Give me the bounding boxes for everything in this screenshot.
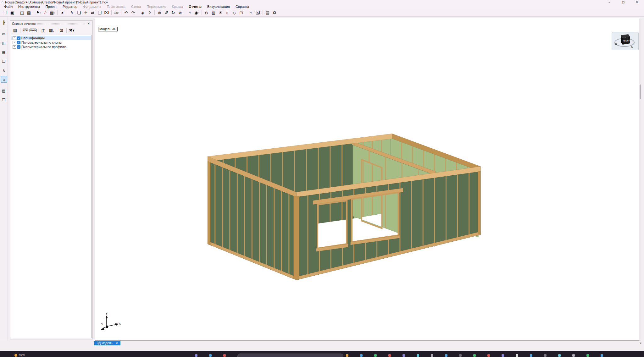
measure-line-tool-button[interactable]: ∕▾ — [42, 9, 49, 16]
open-project-button[interactable]: ❐ — [2, 9, 8, 16]
zoom-reset-button[interactable]: ⊗ — [177, 9, 183, 16]
menu-editor[interactable]: Редактор — [60, 5, 80, 8]
reports-panel-header[interactable]: Список отчетов ✕ — [10, 21, 92, 26]
viewport-scrollbar-thumb[interactable] — [640, 85, 641, 99]
tree-checkbox[interactable]: ✓ — [17, 36, 20, 40]
taskbar-app-icon[interactable] — [530, 354, 532, 357]
menu-file[interactable]: Файл — [1, 5, 15, 8]
dock-slab-mode-button[interactable]: ❏ — [1, 58, 7, 64]
move-object-button[interactable]: ✛ — [83, 9, 89, 16]
viewport-scrollbar[interactable] — [639, 18, 641, 341]
background-image-button[interactable]: ▧ — [210, 9, 217, 16]
draw-pencil-button[interactable]: ✎ — [69, 9, 75, 16]
taskbar-weather[interactable]: 23°C — [14, 354, 25, 357]
flag-tool-dropdown-icon[interactable]: ▾ — [40, 12, 41, 14]
tree-checkbox[interactable]: ✓ — [17, 45, 20, 49]
windows-taskbar[interactable]: 23°C — [0, 351, 644, 357]
dock-wall-mode-button[interactable]: ▦ — [1, 49, 7, 55]
dock-roof-mode-button[interactable]: ∧ — [1, 67, 7, 74]
tree-checkbox[interactable]: ✓ — [17, 41, 20, 44]
grid-tool-button[interactable]: ▩▾ — [49, 9, 56, 16]
panel-close-icon[interactable]: ✕ — [87, 22, 91, 25]
layers-outline-button[interactable]: ◊ — [147, 9, 153, 16]
menu-reports[interactable]: Отчеты — [186, 5, 204, 8]
taskbar-app-icon[interactable] — [558, 354, 561, 357]
dock-project-structure-button[interactable]: ╠ — [1, 19, 7, 26]
dock-model-3d-mode-button[interactable]: ⌂ — [1, 76, 7, 83]
maximize-button[interactable]: ▢ — [616, 0, 630, 4]
taskbar-app-icon[interactable] — [223, 354, 226, 357]
camera-view-dropdown-icon[interactable]: ▾ — [198, 12, 199, 14]
menu-slab[interactable]: Перекрытие — [144, 5, 169, 8]
select-cursor-button[interactable]: ➤ — [59, 9, 65, 16]
tree-item-label[interactable]: Пиломатериалы по слоям — [21, 41, 62, 44]
flag-tool-button[interactable]: ⚑▾ — [36, 9, 42, 16]
taskbar-app-icon[interactable] — [374, 354, 377, 357]
select-region-button[interactable]: ⊡ — [58, 27, 65, 34]
tab-overflow-icon[interactable]: ▾ — [640, 342, 641, 345]
taskbar-app-icon[interactable] — [502, 354, 504, 357]
add-table-button[interactable]: ▦+ — [47, 27, 54, 34]
export-remove-dropdown-icon[interactable]: ▾ — [72, 28, 75, 33]
tree-row[interactable]: +✓Пиломатериалы по профилю — [11, 45, 91, 49]
section-grid-button[interactable]: ⊡ — [238, 9, 244, 16]
tree-expander-icon[interactable]: + — [13, 45, 16, 49]
redo-button[interactable]: ↷ — [130, 9, 136, 16]
tree-expander-icon[interactable]: + — [13, 36, 16, 40]
dock-reports-mode-button[interactable]: ▤ — [1, 87, 7, 94]
layers-button[interactable]: ◈ — [140, 9, 146, 16]
tree-item-label[interactable]: Пиломатериалы по профилю — [21, 45, 66, 49]
taskbar-app-icon[interactable] — [445, 354, 447, 357]
home-view-button[interactable]: ⌂ — [248, 9, 254, 16]
taskbar-app-icon[interactable] — [487, 354, 490, 357]
menu-floorplan[interactable]: План этажа — [104, 5, 128, 8]
menu-wall[interactable]: Стена — [128, 5, 144, 8]
rotate-left-button[interactable]: ↺ — [163, 9, 169, 16]
rotate-right-button[interactable]: ↻ — [170, 9, 176, 16]
visualization-house-button[interactable]: ⌂ — [187, 9, 193, 16]
view-eye-button[interactable]: ⊙ — [203, 9, 210, 16]
tree-row[interactable]: +✓Спецификации — [11, 36, 91, 40]
grid-tool-dropdown-icon[interactable]: ▾ — [54, 12, 55, 14]
print-button[interactable]: ▤ — [264, 9, 271, 16]
measure-line-tool-dropdown-icon[interactable]: ▾ — [46, 12, 47, 14]
copy-object-button[interactable]: ❏ — [76, 9, 82, 16]
taskbar-app-icon[interactable] — [360, 354, 363, 357]
reports-book-button[interactable]: ◫ — [19, 9, 25, 16]
save-project-button[interactable]: ▣ — [9, 9, 15, 16]
dock-floorplan-mode-button[interactable]: ◫ — [1, 40, 7, 46]
numbering-button[interactable]: 123 — [113, 9, 119, 16]
viewport-3d[interactable]: Модель 3D FRONTWS ZXY — [95, 18, 641, 341]
zoom-in-button[interactable]: ⊕ — [156, 9, 163, 16]
tree-expander-icon[interactable]: + — [13, 41, 16, 44]
titlebar[interactable]: ⌂ HouseCreator+ D:\HouseCreator\Новый пр… — [0, 0, 644, 4]
export-pdf-button[interactable]: PDF — [22, 27, 29, 34]
dock-visualization-mode-button[interactable]: ❐ — [1, 96, 7, 103]
paste-object-button[interactable]: ❑ — [97, 9, 103, 16]
close-button[interactable]: ✕ — [630, 0, 644, 4]
taskbar-app-icon[interactable] — [544, 354, 547, 357]
export-dwg-button[interactable]: DWG — [30, 27, 36, 34]
taskbar-app-icon[interactable] — [586, 354, 589, 357]
spec-card-button[interactable]: ◫ — [40, 27, 47, 34]
taskbar-search[interactable] — [237, 354, 343, 357]
minimize-button[interactable]: – — [602, 0, 616, 4]
taskbar-app-icon[interactable] — [431, 354, 433, 357]
menu-foundation[interactable]: Фундамент — [80, 5, 104, 8]
taskbar-app-icon[interactable] — [346, 354, 348, 357]
dock-foundation-mode-button[interactable]: ▭ — [1, 30, 7, 37]
undo-button[interactable]: ↶ — [123, 9, 129, 16]
delete-object-button[interactable]: ⌧ — [103, 9, 110, 16]
menu-visualization[interactable]: Визуализация — [204, 5, 233, 8]
reports-view-button[interactable]: ▤ — [12, 27, 19, 34]
tree-item-label[interactable]: Спецификации — [21, 36, 45, 40]
taskbar-app-icon[interactable] — [388, 354, 391, 357]
tab-3d-model[interactable]: 3Д модель ✕ — [94, 341, 120, 345]
taskbar-app-icon[interactable] — [402, 354, 405, 357]
taskbar-app-icon[interactable] — [473, 354, 476, 357]
tree-row[interactable]: +✓Пиломатериалы по слоям — [11, 40, 91, 45]
taskbar-app-icon[interactable] — [195, 354, 197, 357]
taskbar-app-icon[interactable] — [601, 354, 603, 357]
panel-drag-handle[interactable] — [37, 23, 85, 25]
box-3d-button[interactable]: ◇ — [231, 9, 237, 16]
